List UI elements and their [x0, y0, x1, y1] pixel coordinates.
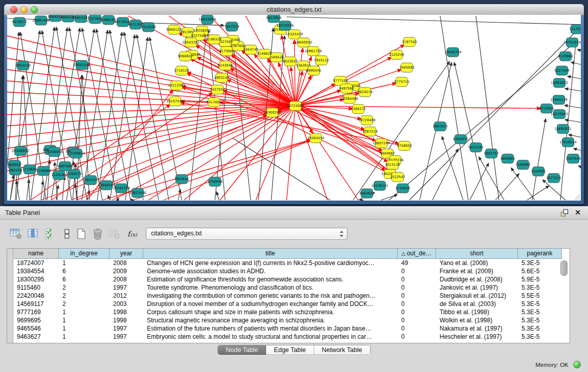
graph-node-label: 9463627 — [359, 191, 374, 195]
table-cell: 0 — [398, 292, 436, 300]
table-row[interactable]: 946554611997Estimation of the future num… — [13, 324, 562, 333]
column-header-out_de[interactable]: △ out_de… — [398, 249, 436, 259]
table-cell: 22420046 — [13, 292, 59, 300]
graph-edge — [110, 30, 143, 200]
close-icon[interactable]: ✕ — [575, 208, 581, 217]
table-cell: 5.5E-5 — [518, 292, 562, 300]
graph-node-label: 20206556 — [46, 150, 63, 154]
table-selector-value: citations_edges.txt — [151, 230, 202, 237]
graph-node-label: 19218596 — [276, 24, 294, 28]
table-settings-icon[interactable] — [9, 228, 23, 240]
graph-node-label: 9756928 — [397, 144, 411, 148]
graph-node-label: 1615132 — [385, 163, 400, 167]
table-cell: 2008 — [110, 275, 143, 283]
graph-edge — [564, 105, 581, 108]
graph-node-label: 2803144 — [214, 76, 229, 80]
table-cell: 2 — [59, 300, 110, 308]
table-body: 1872400712008Changes of HCN gene express… — [13, 259, 562, 341]
graph-edge — [133, 140, 311, 200]
graph-edge — [294, 40, 295, 106]
graph-node-label: 7857224 — [224, 25, 239, 29]
column-header-in_degree[interactable]: in_degree — [59, 249, 110, 259]
graph-node-label: 1327602 — [88, 17, 102, 21]
table-cell: 1 — [59, 324, 110, 333]
table-row[interactable]: 946362711997Embryonic stem cells: a mode… — [13, 333, 562, 341]
table-cell: 0 — [398, 333, 436, 341]
tab-network-table[interactable]: Network Table — [314, 345, 370, 355]
memory-status-label: Memory: OK — [535, 362, 569, 368]
vertical-scrollbar[interactable] — [560, 260, 568, 276]
citation-network-graph[interactable]: 1872400715325419186409101696175815885208… — [7, 15, 581, 201]
table-row[interactable]: 1872400712008Changes of HCN gene express… — [13, 259, 562, 267]
new-document-icon[interactable] — [75, 228, 88, 240]
graph-node-label: 18640910 — [295, 40, 312, 45]
column-header-short[interactable]: short — [436, 249, 518, 259]
table-cell: Estimation of significance thresholds fo… — [143, 275, 398, 283]
table-cell: Corpus callosum shape and size in male p… — [143, 308, 398, 316]
table-cell: 0 — [398, 275, 436, 283]
graph-node-label: 7485083 — [399, 65, 414, 70]
table-cell: 0 — [398, 316, 436, 324]
graph-node-label: 18300295 — [264, 111, 281, 115]
window-titlebar[interactable]: citations_edges.txt — [4, 4, 584, 15]
table-cell: Structural magnetic resonance image aver… — [143, 316, 398, 324]
resize-grip-icon[interactable] — [574, 193, 580, 200]
table-row[interactable]: 1938455462009Genome-wide association stu… — [13, 267, 562, 275]
network-canvas[interactable]: 1872400715325419186409101696175815885208… — [7, 15, 581, 201]
table-cell: 9777169 — [13, 308, 59, 316]
column-header-pagerank[interactable]: pagerank — [518, 249, 562, 259]
graph-node-label: 16648784 — [444, 50, 462, 54]
table-row[interactable]: 977716911998Corpus callosum shape and si… — [13, 308, 562, 316]
table-selector-dropdown[interactable]: citations_edges.txt — [146, 228, 347, 240]
graph-edge — [108, 195, 110, 200]
graph-node-label: 16961758 — [304, 49, 322, 53]
network-window: citations_edges.txt 18724007153254191864… — [4, 4, 584, 204]
table-row[interactable]: 969969511998Structural magnetic resonanc… — [13, 316, 562, 324]
graph-edge — [125, 37, 148, 200]
graph-edge — [389, 46, 571, 200]
memory-status-icon[interactable] — [573, 361, 581, 368]
table-row[interactable]: 911546021997Tourette syndrome. Phenomeno… — [13, 283, 562, 292]
column-header-title[interactable]: title — [143, 249, 398, 259]
graph-node-label: 393159 — [9, 168, 21, 172]
select-column-icon[interactable] — [27, 228, 40, 240]
graph-node-label: 1197343 — [402, 40, 417, 44]
table-cell: Genome-wide association studies in ADHD. — [143, 267, 398, 275]
table-row[interactable]: 1830029562008Estimation of significance … — [13, 275, 562, 283]
svg-text:(x): (x) — [130, 232, 138, 237]
table-toolbar: f (x) citations_edges.txt — [0, 220, 588, 244]
table-cell: Changes of HCN gene expression and I(f) … — [143, 259, 398, 267]
row-checks-icon[interactable] — [44, 228, 57, 240]
table-cell: 1998 — [110, 316, 143, 324]
graph-node-label: 9242848 — [217, 63, 232, 68]
graph-node-label: 1167534 — [565, 157, 580, 161]
table-cell: 0 — [398, 324, 436, 333]
tab-node-table[interactable]: Node Table — [218, 345, 266, 355]
graph-node-label: 1117534 — [569, 27, 581, 31]
table-row[interactable]: 1456911722003Disruption of a novel membe… — [13, 300, 562, 308]
table-panel-header: Table Panel ✕ — [0, 206, 588, 220]
graph-node-label: 9129966 — [558, 54, 573, 58]
graph-node-label: 14136141 — [371, 184, 388, 188]
table-cell: Tibbo et al. (1998) — [436, 308, 518, 316]
graph-node-label: 12444139 — [550, 98, 568, 102]
graph-node-label: 7955112 — [314, 58, 329, 62]
graph-edge — [565, 89, 581, 91]
graph-edge — [7, 106, 295, 148]
graph-edge — [569, 135, 581, 137]
graph-edge — [10, 175, 14, 200]
graph-edge — [568, 76, 581, 79]
column-header-year[interactable]: year — [110, 249, 143, 259]
graph-node-label: 15325419 — [286, 32, 303, 36]
graph-edge — [96, 29, 130, 200]
column-header-name[interactable]: name — [13, 249, 59, 259]
tab-edge-table[interactable]: Edge Table — [266, 345, 314, 355]
table-row[interactable]: 2242004622012Investigating the contribut… — [13, 292, 562, 300]
table-cell: 5.9E-5 — [518, 275, 562, 283]
rows-icon[interactable] — [60, 228, 74, 240]
trash-icon[interactable] — [91, 228, 104, 240]
graph-edge — [178, 189, 181, 200]
function-fx-icon[interactable]: f (x) — [126, 228, 139, 240]
float-window-icon[interactable] — [560, 209, 569, 217]
graph-node-label: 17016514 — [559, 140, 577, 144]
